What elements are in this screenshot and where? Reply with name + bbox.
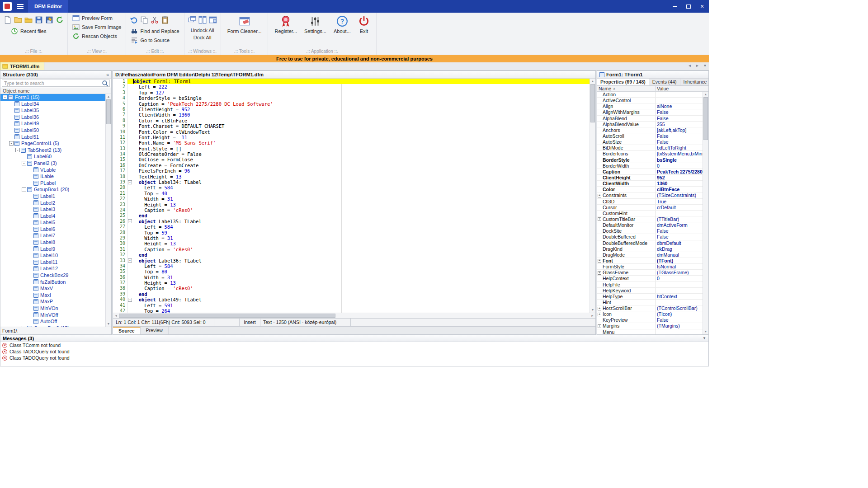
property-value[interactable]: bsSingle [656,157,703,163]
property-value[interactable]: fsNormal [656,264,703,269]
tab-scroll-right-icon[interactable]: ► [693,62,701,70]
property-row[interactable]: Action [597,92,703,98]
property-value[interactable]: 0 [656,163,703,169]
tree-item[interactable]: -GroupBox1 (20) [0,186,105,193]
code-line[interactable]: 25 end [113,213,590,218]
collapse-node-icon[interactable]: - [15,148,20,152]
code-line[interactable]: 15 OnClose = FormClose [113,157,590,162]
code-line[interactable]: 16 OnCreate = FormCreate [113,163,590,168]
tree-item[interactable]: Label4 [0,213,105,220]
code-line[interactable]: 38 Caption = 'cRes0' [113,286,590,291]
code-line[interactable]: 37 Height = 13 [113,280,590,286]
tree-item[interactable]: Label3 [0,206,105,213]
property-value[interactable]: clBtnFace [656,187,703,192]
property-value[interactable]: (TSizeConstraints) [656,192,703,198]
property-row[interactable]: Anchors[akLeft,akTop] [597,127,703,133]
plus-box[interactable]: + [598,259,601,263]
property-row[interactable]: +Font(TFont) [597,258,703,264]
property-row[interactable]: +HorzScrollBar(TControlScrollBar) [597,305,703,311]
tab-source[interactable]: Source [113,327,141,334]
name-column-header[interactable]: Name ▲ [597,86,656,91]
property-row[interactable]: AlignalNone [597,103,703,109]
tree-item[interactable]: fuZaiButton [0,279,105,286]
collapse-node-icon[interactable]: - [22,161,26,165]
tree-item[interactable]: Label5 [0,219,105,226]
tab-list-icon[interactable]: ▼ [701,62,709,70]
expand-property-icon[interactable]: + [597,258,602,263]
save-button[interactable] [35,16,43,24]
menu-icon[interactable] [17,4,24,9]
code-line[interactable]: 23 Height = 13 [113,202,590,207]
expand-property-icon[interactable]: + [597,305,602,311]
tree-item[interactable]: Label51 [0,134,105,141]
rescan-objects-button[interactable]: Rescan Objects [71,32,123,41]
code-line[interactable]: 11 Font.Height = -11 [113,135,590,140]
fold-collapse-icon[interactable]: - [127,258,133,263]
tree-item[interactable]: Label6 [0,226,105,233]
plus-box[interactable]: + [598,194,601,197]
collapse-node-icon[interactable]: - [9,141,14,145]
property-row[interactable]: AutoSizeFalse [597,139,703,145]
property-value[interactable]: (TFont) [656,258,703,263]
code-line[interactable]: 2 Left = 222 [113,84,590,89]
code-line[interactable]: 12 Font.Name = 'MS Sans Serif' [113,140,590,145]
code-line[interactable]: 21 Top = 40 [113,191,590,196]
property-value[interactable]: [biSystemMenu,biMinimiz... [656,151,703,156]
property-row[interactable]: +CustomTitleBar(TTitleBar) [597,216,703,222]
property-value[interactable] [656,92,703,97]
expand-property-icon[interactable]: + [597,216,602,222]
code-line[interactable]: 30 Height = 13 [113,241,590,246]
property-row[interactable]: +Margins(TMargins) [597,323,703,329]
property-value[interactable]: crDefault [656,205,703,210]
property-value[interactable]: dmManual [656,252,703,258]
property-value[interactable]: (TTitleBar) [656,216,703,222]
code-line[interactable]: 5 Caption = 'PeakTech 2275/2280 DC Load … [113,101,590,107]
property-value[interactable]: (TControlScrollBar) [656,305,703,311]
cascade-windows-icon[interactable] [188,16,196,24]
tree-item[interactable]: Label35 [0,107,105,114]
code-line[interactable]: 14 OldCreateOrder = False [113,151,590,157]
plus-box[interactable]: + [598,313,601,316]
tab-inheritance[interactable]: Inheritance [680,79,709,85]
copy-button[interactable] [140,16,148,24]
property-value[interactable]: True [656,199,703,204]
scroll-down-icon[interactable]: ▼ [703,329,708,334]
scroll-left-icon[interactable]: ◄ [113,313,119,318]
fold-minus-box[interactable]: - [128,258,132,263]
property-row[interactable]: BorderWidth0 [597,163,703,169]
property-value[interactable]: (TMargins) [656,323,703,328]
tree-item[interactable]: -Form1 (15) [0,94,105,101]
property-value[interactable]: alNone [656,103,703,109]
property-row[interactable]: DoubleBufferedFalse [597,234,703,240]
property-row[interactable]: BorderIcons[biSystemMenu,biMinimiz... [597,151,703,157]
scroll-up-icon[interactable]: ▲ [590,79,595,84]
undock-all-button[interactable]: Undock All [187,27,218,34]
code-line[interactable]: 39 end [113,291,590,297]
property-value[interactable] [656,329,703,334]
property-value[interactable]: (TGlassFrame) [656,270,703,275]
scrollbar-thumb[interactable] [590,84,595,122]
app-logo-icon[interactable] [3,2,12,11]
tree-item[interactable]: Label9 [0,246,105,253]
message-item[interactable]: ×Class TADOQuery not found [0,348,708,355]
property-row[interactable]: KeyPreviewFalse [597,317,703,323]
scroll-down-icon[interactable]: ▼ [106,321,111,327]
code-line[interactable]: 4 BorderStyle = bsSingle [113,95,590,101]
tree-item[interactable]: MinVOn [0,305,105,312]
tree-item[interactable]: VLable [0,167,105,174]
expand-property-icon[interactable]: + [597,270,602,275]
search-input[interactable] [2,80,102,86]
property-row[interactable]: DragModedmManual [597,252,703,258]
tree-item[interactable]: Label2 [0,200,105,206]
expand-property-icon[interactable]: + [597,192,602,198]
property-value[interactable] [656,98,703,103]
code-line[interactable]: 1object Form1: TForm1 [113,79,590,84]
property-row[interactable]: ClientHeight952 [597,175,703,181]
property-value[interactable]: (TIcon) [656,311,703,317]
collapse-panel-icon[interactable]: « [106,72,109,77]
scrollbar-thumb[interactable] [703,97,708,140]
property-row[interactable]: ColorclBtnFace [597,187,703,192]
code-line[interactable]: 32 end [113,252,590,258]
register-button[interactable]: Register... [271,14,301,48]
maximize-button[interactable] [682,0,695,13]
